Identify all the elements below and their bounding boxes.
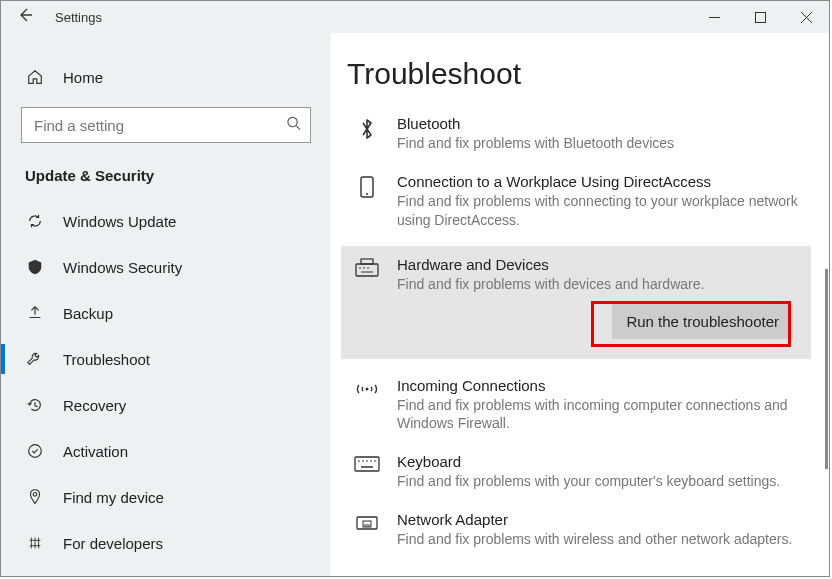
troubleshooter-desc: Find and fix problems with Bluetooth dev… (397, 134, 674, 153)
sidebar-item-recovery[interactable]: Recovery (1, 382, 331, 428)
back-button[interactable] (1, 7, 49, 27)
keyboard-flat-icon (353, 453, 381, 491)
sidebar-item-windows-security[interactable]: Windows Security (1, 244, 331, 290)
network-adapter-icon (353, 511, 381, 549)
home-icon (25, 68, 45, 86)
svg-rect-1 (755, 12, 765, 22)
troubleshooter-title: Network Adapter (397, 511, 792, 528)
sidebar-item-label: Activation (63, 443, 128, 460)
troubleshooter-network-adapter[interactable]: Network AdapterFind and fix problems wit… (347, 501, 805, 559)
sidebar-item-for-developers[interactable]: For developers (1, 520, 331, 566)
category-header: Update & Security (1, 163, 331, 198)
troubleshooter-desc: Find and fix problems with connecting to… (397, 192, 799, 230)
backup-icon (25, 304, 45, 322)
sidebar-item-label: Windows Security (63, 259, 182, 276)
sidebar: Home Update & Security Windows Update Wi… (1, 33, 331, 576)
sidebar-item-troubleshoot[interactable]: Troubleshoot (1, 336, 331, 382)
main-content: Troubleshoot BluetoothFind and fix probl… (331, 33, 829, 576)
sidebar-item-activation[interactable]: Activation (1, 428, 331, 474)
home-link[interactable]: Home (1, 59, 331, 95)
search-input[interactable] (21, 107, 311, 143)
troubleshooter-desc: Find and fix problems with devices and h… (397, 275, 704, 294)
svg-rect-17 (355, 457, 379, 471)
check-circle-icon (25, 442, 45, 460)
developer-icon (25, 534, 45, 552)
sidebar-item-label: Windows Update (63, 213, 176, 230)
svg-rect-11 (361, 259, 373, 264)
troubleshooter-hardware[interactable]: Hardware and DevicesFind and fix problem… (341, 246, 811, 304)
troubleshooter-bluetooth[interactable]: BluetoothFind and fix problems with Blue… (347, 105, 805, 163)
sidebar-item-find-my-device[interactable]: Find my device (1, 474, 331, 520)
troubleshooter-desc: Find and fix problems with wireless and … (397, 530, 792, 549)
troubleshooter-desc: Find and fix problems with incoming comp… (397, 396, 799, 434)
sidebar-item-label: Backup (63, 305, 113, 322)
sidebar-item-label: For developers (63, 535, 163, 552)
sidebar-item-label: Troubleshoot (63, 351, 150, 368)
wrench-icon (25, 350, 45, 368)
search-icon (286, 116, 301, 135)
troubleshooter-title: Keyboard (397, 453, 780, 470)
history-icon (25, 396, 45, 414)
troubleshooter-keyboard[interactable]: KeyboardFind and fix problems with your … (347, 443, 805, 501)
sidebar-item-windows-update[interactable]: Windows Update (1, 198, 331, 244)
svg-point-7 (33, 493, 37, 497)
shield-icon (25, 258, 45, 276)
troubleshooter-title: Connection to a Workplace Using DirectAc… (397, 173, 799, 190)
sidebar-item-label: Recovery (63, 397, 126, 414)
phone-icon (353, 173, 381, 230)
bluetooth-icon (353, 115, 381, 153)
troubleshooter-directaccess[interactable]: Connection to a Workplace Using DirectAc… (347, 163, 805, 240)
svg-point-16 (366, 387, 369, 390)
svg-point-6 (29, 445, 42, 458)
close-button[interactable] (783, 1, 829, 33)
troubleshooter-title: Bluetooth (397, 115, 674, 132)
arrow-left-icon (17, 7, 33, 23)
search-box[interactable] (21, 107, 311, 143)
scrollbar-thumb[interactable] (825, 269, 828, 469)
svg-rect-10 (356, 264, 378, 276)
title-bar: Settings (1, 1, 829, 33)
sidebar-item-backup[interactable]: Backup (1, 290, 331, 336)
minimize-icon (709, 12, 720, 23)
maximize-button[interactable] (737, 1, 783, 33)
troubleshooter-title: Hardware and Devices (397, 256, 704, 273)
svg-line-5 (296, 126, 300, 130)
svg-point-9 (366, 193, 368, 195)
app-title: Settings (49, 10, 102, 25)
keyboard-icon (353, 256, 381, 294)
maximize-icon (755, 12, 766, 23)
location-icon (25, 488, 45, 506)
signal-icon (353, 377, 381, 434)
run-troubleshooter-button[interactable]: Run the troubleshooter (612, 304, 793, 339)
minimize-button[interactable] (691, 1, 737, 33)
troubleshooter-title: Incoming Connections (397, 377, 799, 394)
troubleshooter-desc: Find and fix problems with your computer… (397, 472, 780, 491)
close-icon (801, 12, 812, 23)
troubleshooter-hardware-selected: Hardware and DevicesFind and fix problem… (341, 246, 811, 359)
refresh-icon (25, 212, 45, 230)
troubleshooter-incoming-connections[interactable]: Incoming ConnectionsFind and fix problem… (347, 367, 805, 444)
svg-point-4 (288, 117, 297, 126)
sidebar-item-label: Find my device (63, 489, 164, 506)
page-title: Troubleshoot (347, 57, 805, 91)
home-label: Home (63, 69, 103, 86)
